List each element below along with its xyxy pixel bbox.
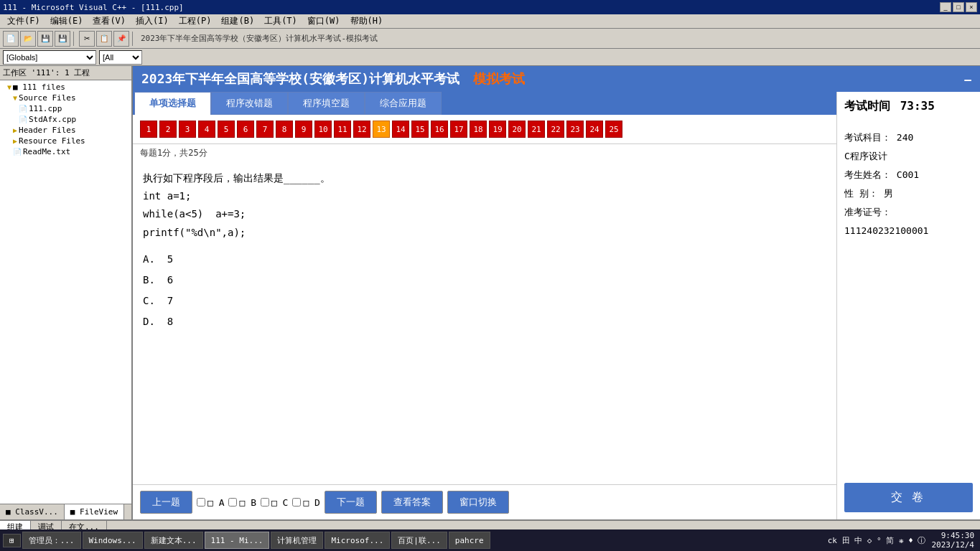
taskbar-item-admin[interactable]: 管理员：... [22, 532, 81, 549]
question-num-8[interactable]: 8 [276, 121, 293, 138]
checkbox-d[interactable] [292, 498, 301, 507]
answer-option-a[interactable]: □ A [197, 497, 224, 508]
menu-help[interactable]: 帮助(H) [346, 14, 388, 28]
menu-view[interactable]: 查看(V) [88, 14, 130, 28]
taskbar-item-pahcre[interactable]: pahcre [449, 532, 490, 549]
question-num-5[interactable]: 5 [218, 121, 235, 138]
menu-edit[interactable]: 编辑(E) [46, 14, 88, 28]
question-text: 执行如下程序段后，输出结果是______。 int a=1; while(a<5… [143, 169, 826, 242]
paste-button[interactable]: 📌 [113, 31, 129, 47]
question-num-9[interactable]: 9 [295, 121, 312, 138]
open-button[interactable]: 📂 [20, 31, 36, 47]
question-num-22[interactable]: 22 [547, 121, 564, 138]
timer-value: 73:35 [900, 99, 935, 113]
tab-error-correction-label: 程序改错题 [226, 98, 273, 108]
tree-file-stdafx[interactable]: 📄 StdAfx.cpp [19, 114, 130, 125]
question-num-6[interactable]: 6 [237, 121, 254, 138]
exam-close-btn[interactable]: — [964, 72, 971, 86]
taskbar-item-windows[interactable]: Windows... [83, 532, 143, 549]
question-num-15[interactable]: 15 [411, 121, 429, 138]
close-button[interactable]: × [966, 2, 977, 12]
file-111cpp-label: 111.cpp [29, 104, 62, 113]
question-num-23[interactable]: 23 [566, 121, 584, 138]
menu-build[interactable]: 组建(B) [217, 14, 258, 28]
copy-button[interactable]: 📋 [96, 31, 112, 47]
prev-question-button[interactable]: 上一题 [140, 491, 192, 514]
source-files-label: Source Files [19, 93, 75, 103]
tree-source-files[interactable]: ▼ Source Files [13, 93, 130, 103]
save-button[interactable]: 💾 [37, 31, 53, 47]
taskbar-item-notepad[interactable]: 新建文本... [144, 532, 203, 549]
clock-date: 2023/12/4 [931, 540, 974, 550]
taskbar: ⊞ 管理员：... Windows... 新建文本... 111 - Mi...… [0, 529, 980, 551]
exam-full-title: 2023年下半年全国高等学校(安徽考区)计算机水平考试 模拟考试 [141, 70, 525, 88]
question-num-4[interactable]: 4 [198, 121, 215, 138]
globals-select[interactable]: [Globals] [3, 50, 96, 65]
taskbar-item-microsof[interactable]: Microsof... [325, 532, 390, 549]
switch-window-button[interactable]: 窗口切换 [447, 491, 509, 514]
question-num-10[interactable]: 10 [314, 121, 332, 138]
tree-readme[interactable]: 📄 ReadMe.txt [13, 146, 130, 157]
menu-tools[interactable]: 工具(T) [260, 14, 302, 28]
question-num-21[interactable]: 21 [528, 121, 545, 138]
checkbox-a[interactable] [197, 498, 205, 507]
question-num-12[interactable]: 12 [353, 121, 370, 138]
question-num-7[interactable]: 7 [256, 121, 274, 138]
tab-classview-label: ■ ClassV... [6, 507, 58, 517]
save-all-button[interactable]: 💾 [55, 31, 70, 47]
question-num-18[interactable]: 18 [470, 121, 487, 138]
menu-insert[interactable]: 插入(I) [131, 14, 173, 28]
taskbar-item-compmgmt[interactable]: 计算机管理 [271, 532, 323, 549]
menu-project[interactable]: 工程(P) [174, 14, 216, 28]
tab-single-choice[interactable]: 单项选择题 [134, 92, 211, 115]
tab-comprehensive[interactable]: 综合应用题 [365, 92, 442, 115]
exam-body: 单项选择题 程序改错题 程序填空题 综合应用题 1234567891011121… [133, 92, 980, 519]
exam-name-line: C程序设计 [844, 147, 973, 166]
option-a: A. 5 [143, 250, 826, 268]
tree-header-files[interactable]: ▶ Header Files [13, 125, 130, 136]
all-select[interactable]: [All [99, 50, 142, 65]
view-answer-button[interactable]: 查看答案 [381, 491, 443, 514]
checkbox-c[interactable] [261, 498, 269, 507]
tree-resource-files[interactable]: ▶ Resource Files [13, 136, 130, 146]
question-num-16[interactable]: 16 [431, 121, 448, 138]
question-num-1[interactable]: 1 [140, 121, 157, 138]
question-num-20[interactable]: 20 [508, 121, 526, 138]
submit-exam-button[interactable]: 交 卷 [844, 483, 973, 512]
readme-label: ReadMe.txt [23, 147, 70, 156]
restore-button[interactable]: □ [953, 2, 964, 12]
question-num-3[interactable]: 3 [179, 121, 196, 138]
cut-button[interactable]: ✂ [79, 31, 95, 47]
question-num-25[interactable]: 25 [605, 121, 622, 138]
taskbar-item-browser[interactable]: 百页|联... [391, 532, 447, 549]
clock-time: 9:45:30 [931, 531, 974, 540]
tab-classview[interactable]: ■ ClassV... [0, 504, 65, 519]
question-num-14[interactable]: 14 [392, 121, 409, 138]
taskbar-item-vc[interactable]: 111 - Mi... [205, 532, 270, 549]
tree-file-111cpp[interactable]: 📄 111.cpp [19, 103, 130, 114]
tab-fileview-label: ■ FileView [70, 507, 118, 517]
tab-fileview[interactable]: ■ FileView [65, 504, 124, 519]
menu-file[interactable]: 文件(F) [3, 14, 45, 28]
checkbox-b[interactable] [228, 498, 237, 507]
answer-option-b[interactable]: □ B [228, 497, 256, 508]
new-button[interactable]: 📄 [3, 31, 19, 47]
next-question-button[interactable]: 下一题 [325, 491, 377, 514]
start-button[interactable]: ⊞ [3, 534, 21, 547]
question-num-13[interactable]: 13 [373, 121, 390, 138]
tree-root[interactable]: ▼ ■ 111 files [7, 82, 130, 93]
question-num-2[interactable]: 2 [159, 121, 177, 138]
question-num-11[interactable]: 11 [334, 121, 351, 138]
answer-label-d: □ D [303, 497, 319, 508]
menu-window[interactable]: 窗口(W) [303, 14, 345, 28]
question-num-24[interactable]: 24 [586, 121, 603, 138]
question-num-19[interactable]: 19 [489, 121, 506, 138]
tab-fill-blank[interactable]: 程序填空题 [288, 92, 365, 115]
folder-icon-header: ▶ [13, 126, 17, 134]
answer-option-c[interactable]: □ C [261, 497, 288, 508]
exam-highlight-title: 模拟考试 [473, 71, 525, 86]
minimize-button[interactable]: _ [940, 2, 951, 12]
question-num-17[interactable]: 17 [450, 121, 467, 138]
answer-option-d[interactable]: □ D [292, 497, 319, 508]
tab-error-correction[interactable]: 程序改错题 [211, 92, 288, 115]
